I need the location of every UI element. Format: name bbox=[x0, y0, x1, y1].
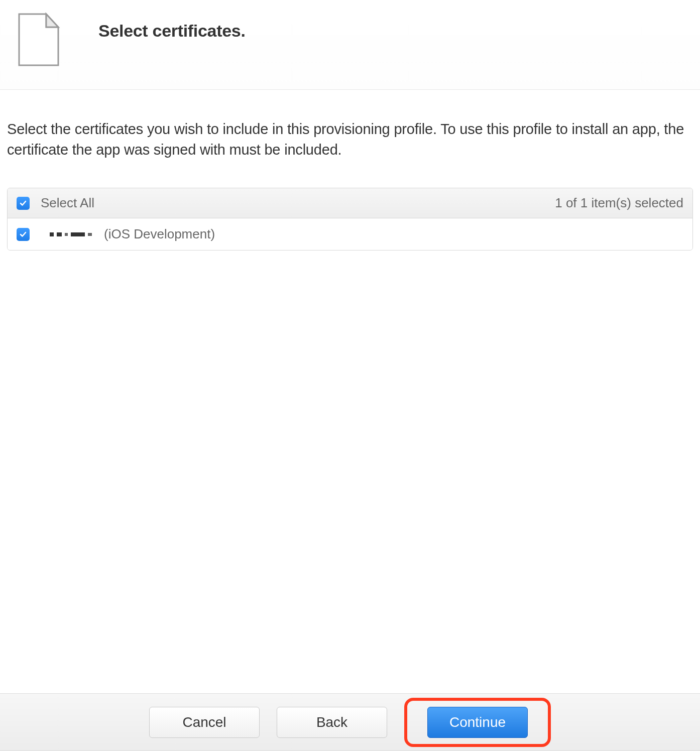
continue-highlight: Continue bbox=[404, 698, 551, 747]
select-all-checkbox[interactable] bbox=[17, 197, 30, 210]
instructions-text: Select the certificates you wish to incl… bbox=[7, 119, 693, 160]
content-area: Select the certificates you wish to incl… bbox=[0, 90, 700, 251]
footer-toolbar: Cancel Back Continue bbox=[0, 693, 700, 751]
redacted-name bbox=[50, 232, 92, 236]
checkmark-icon bbox=[19, 230, 27, 238]
page-title: Select certificates. bbox=[98, 21, 246, 41]
back-button[interactable]: Back bbox=[277, 707, 387, 738]
select-all-label: Select All bbox=[41, 195, 94, 211]
checkmark-icon bbox=[19, 199, 27, 207]
page-header: Select certificates. bbox=[0, 0, 700, 90]
table-row: (iOS Development) bbox=[8, 218, 692, 250]
selection-count: 1 of 1 item(s) selected bbox=[555, 195, 683, 211]
certificate-checkbox[interactable] bbox=[17, 228, 30, 241]
certificate-name: (iOS Development) bbox=[50, 226, 215, 242]
continue-button[interactable]: Continue bbox=[427, 707, 528, 738]
table-header-row: Select All 1 of 1 item(s) selected bbox=[8, 188, 692, 218]
certificate-type-label: (iOS Development) bbox=[104, 226, 215, 242]
certificates-table: Select All 1 of 1 item(s) selected (iOS … bbox=[7, 188, 693, 251]
document-icon bbox=[17, 12, 60, 69]
cancel-button[interactable]: Cancel bbox=[149, 707, 260, 738]
